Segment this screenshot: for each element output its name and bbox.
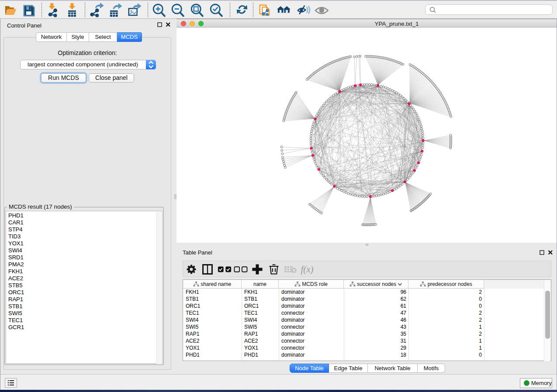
svg-text:f(x): f(x) [301, 264, 313, 275]
